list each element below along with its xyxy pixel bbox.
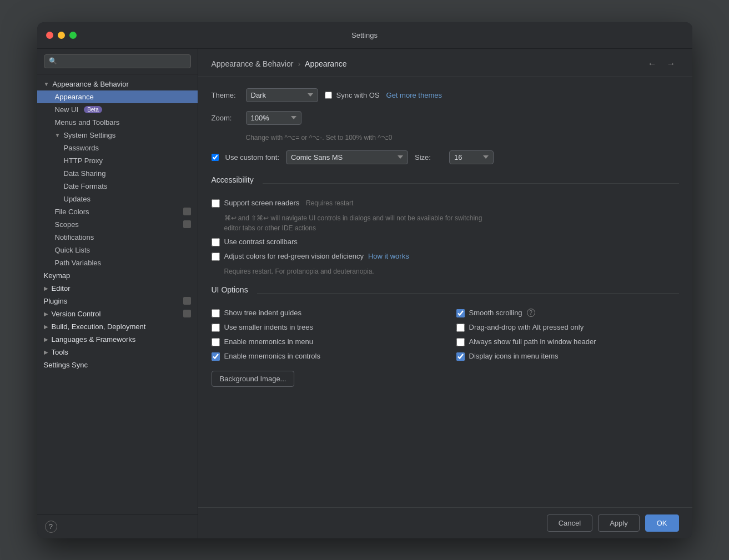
sidebar-item-settings-sync[interactable]: Settings Sync [37, 359, 198, 371]
red-green-row: Adjust colors for red-green vision defic… [212, 252, 679, 261]
sidebar-item-build-execution-deployment[interactable]: ▶ Build, Execution, Deployment [37, 320, 198, 333]
drag-drop-checkbox[interactable] [456, 324, 465, 332]
sidebar-item-editor[interactable]: ▶ Editor [37, 282, 198, 295]
apply-button[interactable]: Apply [598, 514, 640, 532]
sidebar-item-path-variables[interactable]: Path Variables [37, 256, 198, 269]
sidebar-item-file-colors[interactable]: File Colors [37, 205, 198, 218]
zoom-select[interactable]: 75% 90% 100% 110% 125% 150% [246, 111, 301, 125]
sidebar-item-passwords[interactable]: Passwords [37, 142, 198, 154]
sidebar-item-label: Quick Lists [55, 246, 91, 254]
red-green-label: Adjust colors for red-green vision defic… [224, 252, 364, 260]
breadcrumb-parent[interactable]: Appearance & Behavior [212, 59, 294, 68]
sidebar-item-http-proxy[interactable]: HTTP Proxy [37, 154, 198, 167]
enable-mnemonics-menu-row: Enable mnemonics in menu [212, 337, 434, 346]
accessibility-title: Accessibility [212, 175, 254, 184]
sidebar-item-date-formats[interactable]: Date Formats [37, 180, 198, 193]
sidebar-item-system-settings[interactable]: ▼ System Settings [37, 129, 198, 142]
contrast-scrollbars-checkbox[interactable] [212, 238, 220, 246]
smooth-scrolling-help-icon[interactable]: ? [527, 309, 535, 317]
how-it-works-link[interactable]: How it works [368, 252, 409, 260]
maximize-button[interactable] [69, 32, 77, 39]
ok-button[interactable]: OK [645, 514, 679, 532]
sidebar-item-label: Path Variables [55, 259, 102, 267]
cancel-button[interactable]: Cancel [547, 514, 592, 532]
show-tree-indent-checkbox[interactable] [212, 309, 220, 317]
drag-drop-row: Drag-and-drop with Alt pressed only [456, 323, 679, 332]
sidebar: 🔍 ▼ Appearance & Behavior Appearance New… [37, 49, 198, 538]
size-select[interactable]: 8910 111213 141618 2024 [449, 150, 494, 164]
font-select[interactable]: Comic Sans MS Arial Helvetica Courier Ne… [286, 150, 408, 164]
search-wrapper: 🔍 [44, 54, 191, 68]
get-themes-link[interactable]: Get more themes [386, 91, 442, 99]
show-tree-indent-label: Show tree indent guides [224, 309, 301, 317]
zoom-hint: Change with ^⌥= or ^⌥-. Set to 100% with… [246, 134, 679, 142]
settings-window: Settings 🔍 ▼ Appearance & Behavior Appea… [37, 22, 692, 538]
close-button[interactable] [46, 32, 53, 39]
sidebar-item-label: Build, Execution, Deployment [52, 322, 146, 331]
nav-buttons: ← → [645, 58, 679, 70]
breadcrumb: Appearance & Behavior › Appearance [212, 59, 347, 68]
ui-options-section: UI Options Show tree indent guides [212, 285, 679, 387]
always-full-path-checkbox[interactable] [456, 338, 465, 346]
sync-os-label: Sync with OS [336, 91, 380, 99]
sidebar-item-label: New UI [55, 105, 79, 114]
main-panel: Appearance & Behavior › Appearance ← → T… [198, 49, 692, 538]
sidebar-item-languages-frameworks[interactable]: ▶ Languages & Frameworks [37, 333, 198, 346]
screen-readers-checkbox[interactable] [212, 199, 220, 208]
screen-readers-hint: ⌘↩ and ⇧⌘↩ will navigate UI controls in … [224, 213, 679, 233]
search-input[interactable] [61, 57, 186, 65]
sidebar-item-scopes[interactable]: Scopes [37, 218, 198, 231]
contrast-scrollbars-label: Use contrast scrollbars [224, 238, 298, 246]
custom-font-label: Use custom font: [225, 153, 280, 162]
minimize-button[interactable] [58, 32, 65, 39]
display-icons-row: Display icons in menu items [456, 352, 679, 361]
sidebar-item-label: Editor [52, 284, 71, 292]
enable-mnemonics-menu-checkbox[interactable] [212, 338, 220, 346]
drag-drop-label: Drag-and-drop with Alt pressed only [469, 323, 584, 331]
sidebar-item-notifications[interactable]: Notifications [37, 231, 198, 244]
smooth-scrolling-checkbox[interactable] [456, 309, 465, 317]
sidebar-item-label: Version Control [52, 310, 101, 318]
sidebar-item-data-sharing[interactable]: Data Sharing [37, 167, 198, 180]
background-image-button[interactable]: Background Image... [212, 371, 295, 387]
chevron-down-icon: ▼ [55, 132, 61, 138]
red-green-checkbox[interactable] [212, 253, 220, 261]
sidebar-item-plugins[interactable]: Plugins [37, 295, 198, 307]
sidebar-item-new-ui[interactable]: New UI Beta [37, 103, 198, 116]
content-area: 🔍 ▼ Appearance & Behavior Appearance New… [37, 49, 692, 538]
sidebar-item-menus-toolbars[interactable]: Menus and Toolbars [37, 116, 198, 129]
sidebar-item-quick-lists[interactable]: Quick Lists [37, 244, 198, 256]
sync-os-checkbox[interactable] [325, 92, 332, 99]
smaller-indents-checkbox[interactable] [212, 324, 220, 332]
enable-mnemonics-controls-label: Enable mnemonics in controls [224, 352, 320, 360]
enable-mnemonics-menu-label: Enable mnemonics in menu [224, 337, 313, 346]
sidebar-item-keymap[interactable]: Keymap [37, 269, 198, 282]
custom-font-checkbox[interactable] [212, 154, 219, 161]
sidebar-item-version-control[interactable]: ▶ Version Control [37, 307, 198, 320]
always-full-path-label: Always show full path in window header [469, 337, 596, 346]
forward-button[interactable]: → [663, 58, 679, 70]
display-icons-checkbox[interactable] [456, 352, 465, 361]
red-green-hint: Requires restart. For protanopia and deu… [224, 266, 679, 276]
sidebar-item-tools[interactable]: ▶ Tools [37, 346, 198, 359]
enable-mnemonics-controls-checkbox[interactable] [212, 352, 220, 361]
sidebar-item-updates[interactable]: Updates [37, 193, 198, 205]
accessibility-section: Accessibility Support screen readers Req… [212, 175, 679, 276]
back-button[interactable]: ← [645, 58, 660, 70]
help-button[interactable]: ? [45, 521, 57, 533]
theme-row: Theme: Dark Light High Contrast Darcula … [212, 88, 679, 102]
zoom-section: Zoom: 75% 90% 100% 110% 125% 150% Change… [212, 111, 679, 142]
theme-select[interactable]: Dark Light High Contrast Darcula [246, 88, 318, 102]
titlebar: Settings [37, 22, 692, 49]
contrast-scrollbars-row: Use contrast scrollbars [212, 238, 679, 246]
file-colors-icon [183, 208, 191, 215]
sidebar-item-appearance-behavior[interactable]: ▼ Appearance & Behavior [37, 78, 198, 90]
sidebar-item-label: System Settings [63, 131, 115, 139]
show-tree-indent-row: Show tree indent guides [212, 309, 434, 317]
smaller-indents-row: Use smaller indents in trees [212, 323, 434, 332]
sidebar-item-appearance[interactable]: Appearance [37, 90, 198, 103]
sidebar-item-label: Keymap [44, 271, 71, 280]
always-full-path-row: Always show full path in window header [456, 337, 679, 346]
sync-os-row: Sync with OS [325, 91, 380, 99]
sidebar-item-label: File Colors [55, 208, 89, 216]
